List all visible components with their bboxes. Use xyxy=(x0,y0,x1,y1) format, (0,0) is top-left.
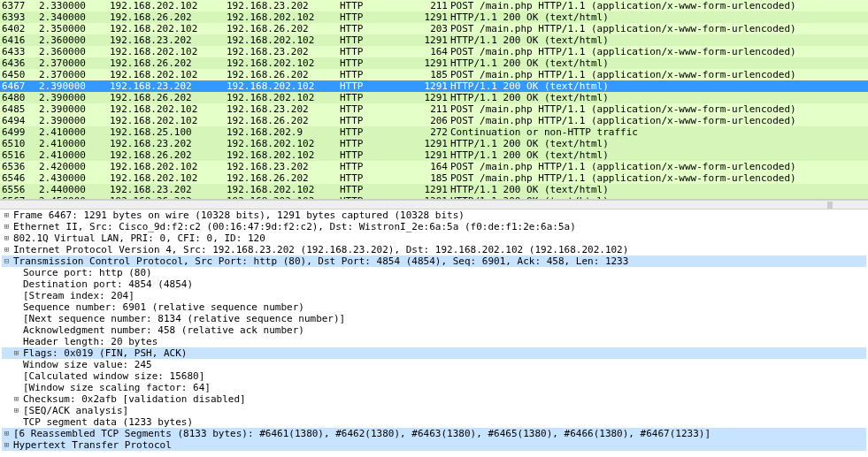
tree-http[interactable]: ⊞Hypertext Transfer Protocol xyxy=(2,439,866,451)
packet-no: 6377 xyxy=(0,0,39,11)
packet-source: 192.168.202.102 xyxy=(110,103,227,115)
packet-time: 2.420000 xyxy=(39,161,110,172)
packet-time: 2.360000 xyxy=(39,34,110,46)
expand-icon[interactable]: ⊞ xyxy=(12,405,21,416)
packet-destination: 192.168.202.102 xyxy=(227,149,340,161)
packet-row[interactable]: 64162.360000192.168.23.202192.168.202.10… xyxy=(0,34,868,46)
packet-source: 192.168.202.102 xyxy=(110,0,227,11)
packet-row[interactable]: 65102.410000192.168.23.202192.168.202.10… xyxy=(0,138,868,149)
packet-row[interactable]: 64992.410000192.168.25.100192.168.202.9H… xyxy=(0,126,868,138)
packet-destination: 192.168.23.202 xyxy=(227,161,340,172)
tree-seq[interactable]: Sequence number: 6901 (relative sequence… xyxy=(2,301,866,313)
expand-icon[interactable]: ⊞ xyxy=(2,244,12,255)
packet-row[interactable]: 65462.430000192.168.202.102192.168.26.20… xyxy=(0,172,868,184)
packet-protocol: HTTP xyxy=(340,161,406,172)
packet-destination: 192.168.202.102 xyxy=(227,57,340,69)
packet-length: 185 xyxy=(406,69,448,80)
horizontal-scrollbar[interactable] xyxy=(0,200,868,209)
packet-info: POST /main.php HTTP/1.1 (application/x-w… xyxy=(448,172,868,184)
packet-source: 192.168.202.102 xyxy=(110,161,227,172)
packet-length: 1291 xyxy=(406,57,448,69)
packet-info: HTTP/1.1 200 OK (text/html) xyxy=(448,34,868,46)
packet-source: 192.168.23.202 xyxy=(110,34,227,46)
tree-ack[interactable]: Acknowledgment number: 458 (relative ack… xyxy=(2,324,866,336)
tree-segment-data[interactable]: TCP segment data (1233 bytes) xyxy=(2,416,866,428)
packet-no: 6450 xyxy=(0,69,39,80)
tree-ip[interactable]: ⊞Internet Protocol Version 4, Src: 192.1… xyxy=(2,244,866,255)
tree-src-port[interactable]: Source port: http (80) xyxy=(2,267,866,278)
tree-win-size[interactable]: Window size value: 245 xyxy=(2,359,866,370)
packet-info: HTTP/1.1 200 OK (text/html) xyxy=(448,80,868,92)
packet-row[interactable]: 64802.390000192.168.26.202192.168.202.10… xyxy=(0,92,868,103)
packet-length: 203 xyxy=(406,23,448,34)
packet-no: 6494 xyxy=(0,115,39,126)
packet-destination: 192.168.202.102 xyxy=(227,184,340,195)
packet-no: 6536 xyxy=(0,161,39,172)
collapse-icon[interactable]: ⊟ xyxy=(2,255,12,267)
packet-row[interactable]: 64022.350000192.168.202.102192.168.26.20… xyxy=(0,23,868,34)
packet-row[interactable]: 64852.390000192.168.202.102192.168.23.20… xyxy=(0,103,868,115)
tree-calc-win[interactable]: [Calculated window size: 15680] xyxy=(2,370,866,382)
tree-vlan[interactable]: ⊞802.1Q Virtual LAN, PRI: 0, CFI: 0, ID:… xyxy=(2,232,866,244)
packet-length: 211 xyxy=(406,103,448,115)
packet-source: 192.168.26.202 xyxy=(110,11,227,23)
tree-ethernet[interactable]: ⊞Ethernet II, Src: Cisco_9d:f2:c2 (00:16… xyxy=(2,221,866,232)
tree-frame[interactable]: ⊞Frame 6467: 1291 bytes on wire (10328 b… xyxy=(2,209,866,221)
packet-row[interactable]: 64502.370000192.168.202.102192.168.26.20… xyxy=(0,69,868,80)
packet-row[interactable]: 63772.330000192.168.202.102192.168.23.20… xyxy=(0,0,868,11)
expand-icon[interactable]: ⊞ xyxy=(12,347,21,359)
packet-length: 272 xyxy=(406,126,448,138)
packet-time: 2.410000 xyxy=(39,138,110,149)
packet-row[interactable]: 64672.390000192.168.23.202192.168.202.10… xyxy=(0,80,868,92)
tree-tcp[interactable]: ⊟Transmission Control Protocol, Src Port… xyxy=(2,255,866,267)
packet-protocol: HTTP xyxy=(340,57,406,69)
tree-flags[interactable]: ⊞Flags: 0x019 (FIN, PSH, ACK) xyxy=(2,347,866,359)
expand-icon[interactable]: ⊞ xyxy=(2,221,12,232)
packet-no: 6433 xyxy=(0,46,39,57)
packet-info: HTTP/1.1 200 OK (text/html) xyxy=(448,11,868,23)
packet-source: 192.168.202.102 xyxy=(110,69,227,80)
packet-length: 211 xyxy=(406,0,448,11)
expand-icon[interactable]: ⊞ xyxy=(2,232,12,244)
packet-no: 6546 xyxy=(0,172,39,184)
packet-row[interactable]: 63932.340000192.168.26.202192.168.202.10… xyxy=(0,11,868,23)
packet-list-pane[interactable]: 63772.330000192.168.202.102192.168.23.20… xyxy=(0,0,868,200)
packet-length: 164 xyxy=(406,46,448,57)
expand-icon[interactable]: ⊞ xyxy=(2,209,12,221)
tree-checksum[interactable]: ⊞Checksum: 0x2afb [validation disabled] xyxy=(2,393,866,405)
packet-no: 6499 xyxy=(0,126,39,138)
packet-row[interactable]: 65162.410000192.168.26.202192.168.202.10… xyxy=(0,149,868,161)
packet-protocol: HTTP xyxy=(340,149,406,161)
packet-length: 185 xyxy=(406,172,448,184)
expand-icon[interactable]: ⊞ xyxy=(2,428,12,439)
packet-no: 6402 xyxy=(0,23,39,34)
tree-next-seq[interactable]: [Next sequence number: 8134 (relative se… xyxy=(2,313,866,324)
scrollbar-thumb[interactable] xyxy=(827,202,833,209)
packet-protocol: HTTP xyxy=(340,115,406,126)
packet-row[interactable]: 64942.390000192.168.202.102192.168.26.20… xyxy=(0,115,868,126)
tree-dst-port[interactable]: Destination port: 4854 (4854) xyxy=(2,278,866,290)
packet-source: 192.168.202.102 xyxy=(110,172,227,184)
packet-protocol: HTTP xyxy=(340,11,406,23)
packet-protocol: HTTP xyxy=(340,34,406,46)
expand-icon[interactable]: ⊞ xyxy=(2,439,12,451)
packet-length: 164 xyxy=(406,161,448,172)
packet-length: 1291 xyxy=(406,138,448,149)
packet-info: POST /main.php HTTP/1.1 (application/x-w… xyxy=(448,115,868,126)
tree-reassembled[interactable]: ⊞[6 Reassembled TCP Segments (8133 bytes… xyxy=(2,428,866,439)
packet-row[interactable]: 65562.440000192.168.23.202192.168.202.10… xyxy=(0,184,868,195)
packet-details-pane[interactable]: ⊞Frame 6467: 1291 bytes on wire (10328 b… xyxy=(0,209,868,451)
tree-seq-ack[interactable]: ⊞[SEQ/ACK analysis] xyxy=(2,405,866,416)
packet-row[interactable]: 65362.420000192.168.202.102192.168.23.20… xyxy=(0,161,868,172)
packet-time: 2.410000 xyxy=(39,126,110,138)
packet-protocol: HTTP xyxy=(340,80,406,92)
tree-hdr-len[interactable]: Header length: 20 bytes xyxy=(2,336,866,347)
packet-protocol: HTTP xyxy=(340,46,406,57)
expand-icon[interactable]: ⊞ xyxy=(12,393,21,405)
tree-scaling[interactable]: [Window size scaling factor: 64] xyxy=(2,382,866,393)
packet-row[interactable]: 64332.360000192.168.202.102192.168.23.20… xyxy=(0,46,868,57)
tree-stream-index[interactable]: [Stream index: 204] xyxy=(2,290,866,301)
packet-time: 2.390000 xyxy=(39,92,110,103)
packet-source: 192.168.202.102 xyxy=(110,115,227,126)
packet-row[interactable]: 64362.370000192.168.26.202192.168.202.10… xyxy=(0,57,868,69)
